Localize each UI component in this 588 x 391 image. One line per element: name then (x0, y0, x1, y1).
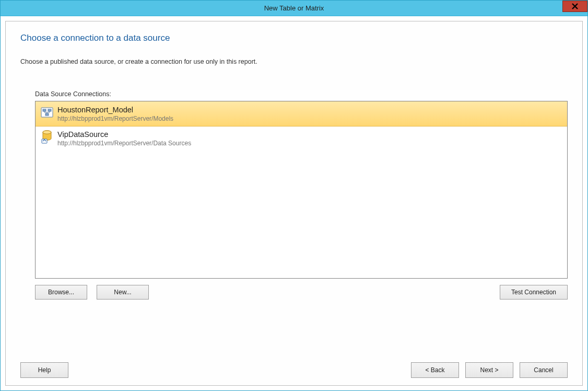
data-source-item[interactable]: HoustonReport_Model http://hlzbpprod1vm/… (35, 101, 568, 126)
client-area: Choose a connection to a data source Cho… (1, 16, 587, 390)
dialog-window: New Table or Matrix Choose a connection … (0, 0, 588, 391)
data-source-list-label: Data Source Connections: (35, 90, 568, 98)
data-source-text: HoustonReport_Model http://hlzbpprod1vm/… (57, 105, 173, 123)
data-source-path: http://hlzbpprod1vm/ReportServer/Data So… (57, 139, 191, 147)
titlebar[interactable]: New Table or Matrix (1, 1, 587, 16)
page-subheading: Choose a published data source, or creat… (20, 58, 568, 65)
database-icon (40, 129, 54, 145)
close-icon (571, 3, 579, 9)
svg-rect-2 (48, 109, 51, 111)
page-heading: Choose a connection to a data source (20, 33, 568, 43)
data-source-path: http://hlzbpprod1vm/ReportServer/Models (57, 114, 173, 123)
svg-rect-3 (45, 113, 49, 116)
data-source-name: HoustonReport_Model (57, 105, 173, 114)
test-connection-button[interactable]: Test Connection (500, 285, 568, 300)
data-source-item[interactable]: VipDataSource http://hlzbpprod1vm/Report… (36, 126, 567, 151)
close-button[interactable] (562, 1, 587, 12)
help-button[interactable]: Help (20, 362, 68, 378)
window-title: New Table or Matrix (1, 4, 587, 12)
cancel-button[interactable]: Cancel (520, 362, 568, 378)
svg-rect-1 (43, 109, 46, 111)
new-button[interactable]: New... (97, 285, 149, 300)
data-source-name: VipDataSource (57, 130, 191, 139)
data-source-list[interactable]: HoustonReport_Model http://hlzbpprod1vm/… (35, 101, 568, 279)
wizard-footer: Help < Back Next > Cancel (20, 305, 568, 378)
back-button[interactable]: < Back (411, 362, 459, 378)
model-icon (40, 105, 54, 120)
wizard-panel: Choose a connection to a data source Cho… (5, 21, 583, 386)
browse-button[interactable]: Browse... (35, 285, 87, 300)
svg-point-5 (43, 131, 51, 134)
list-actions-row: Browse... New... Test Connection (35, 285, 568, 300)
data-source-text: VipDataSource http://hlzbpprod1vm/Report… (57, 129, 191, 147)
next-button[interactable]: Next > (465, 362, 513, 378)
